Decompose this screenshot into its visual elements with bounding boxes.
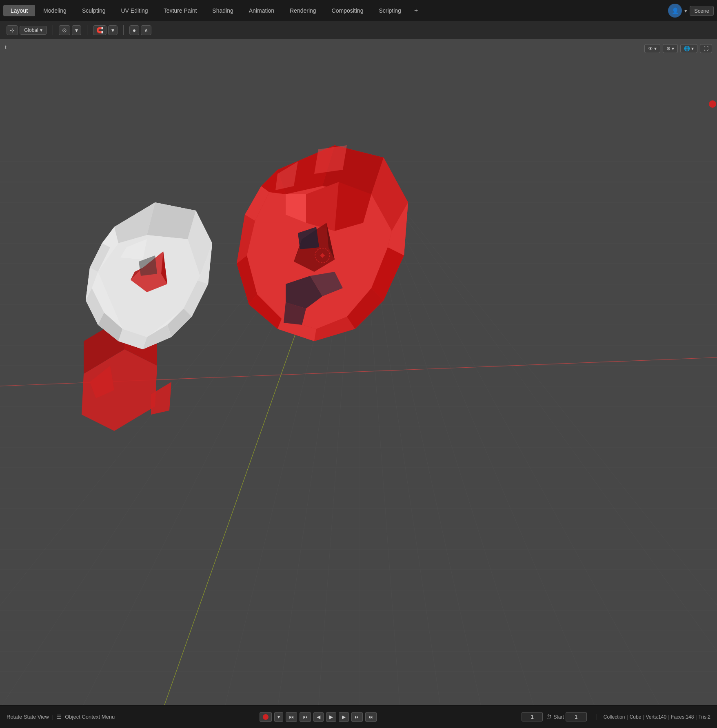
prev-keyframe-btn[interactable]: ⏮	[300, 712, 311, 722]
chevron-down-icon-pivot[interactable]: ▾	[72, 25, 81, 35]
3d-viewport[interactable]: t 👁 ▾ ⊕ ▾ 🌐 ▾ ⛶	[0, 39, 717, 705]
tab-modeling[interactable]: Modeling	[36, 5, 74, 16]
prev-frame-btn[interactable]: ◀	[313, 712, 324, 722]
current-frame-input[interactable]	[522, 712, 543, 721]
record-icon	[263, 714, 269, 720]
tris-label: Tris:2	[698, 714, 710, 720]
overlay-icon: ⊕	[666, 46, 670, 51]
start-frame-input[interactable]	[566, 712, 587, 721]
tab-sculpting[interactable]: Sculpting	[75, 5, 113, 16]
tab-shading[interactable]: Shading	[205, 5, 240, 16]
transform-orientation-label: Global	[24, 27, 38, 33]
playback-dropdown-btn[interactable]: ▾	[274, 712, 283, 722]
tab-texture-paint[interactable]: Texture Paint	[156, 5, 204, 16]
chevron-down-icon: ▾	[654, 46, 657, 51]
rotate-state-label: Rotate State View	[7, 714, 49, 720]
transform-icon[interactable]: ⊹	[7, 25, 18, 35]
viewport-fullscreen-btn[interactable]: ⛶	[700, 44, 712, 53]
transform-orientation-selector[interactable]: Global ▾	[20, 26, 47, 35]
snap-options-btn[interactable]: ▾	[108, 25, 118, 35]
user-avatar[interactable]: 👤	[668, 4, 682, 18]
skip-to-first-btn[interactable]: ⏮	[286, 712, 297, 722]
red-dot-indicator	[709, 100, 716, 108]
toolbar-separator-3	[123, 25, 124, 35]
tab-uv-editing[interactable]: UV Editing	[113, 5, 155, 16]
viewport-shading-btn[interactable]: ●	[129, 25, 139, 35]
globe-icon: 🌐	[684, 46, 690, 51]
context-menu-label: Object Context Menu	[65, 714, 115, 720]
skip-to-last-btn[interactable]: ⏭	[365, 712, 377, 722]
viewport-toolbar: ⊹ Global ▾ ⊙ ▾ 🧲 ▾ ● ∧	[0, 21, 717, 39]
collection-label: Collection	[604, 714, 625, 720]
tab-compositing[interactable]: Compositing	[324, 5, 371, 16]
viewport-controls: 👁 ▾ ⊕ ▾ 🌐 ▾ ⛶	[644, 44, 712, 53]
add-workspace-button[interactable]: +	[409, 4, 423, 17]
svg-marker-97	[314, 145, 347, 174]
verts-label: Verts:140	[646, 714, 666, 720]
tab-animation[interactable]: Animation	[242, 5, 282, 16]
chevron-down-icon: ▾	[40, 27, 42, 33]
scene-selector[interactable]: Scene	[690, 6, 714, 16]
next-frame-btn[interactable]: ▶	[339, 712, 349, 722]
viewport-overlay-control[interactable]: ⊕ ▾	[663, 44, 678, 53]
viewport-grid	[0, 39, 717, 705]
fullscreen-icon: ⛶	[704, 46, 708, 51]
eye-icon: 👁	[648, 46, 653, 51]
tab-layout[interactable]: Layout	[3, 5, 35, 16]
context-menu-icon: ☰	[57, 714, 62, 720]
chevron-down-icon: ▾	[691, 46, 694, 51]
tab-scripting[interactable]: Scripting	[371, 5, 408, 16]
cube-label: Cube	[630, 714, 642, 720]
play-btn[interactable]: ▶	[326, 712, 336, 722]
top-menu-bar: Layout Modeling Sculpting UV Editing Tex…	[0, 0, 717, 21]
proportional-edit-btn[interactable]: ∧	[141, 25, 151, 35]
toolbar-separator-1	[53, 25, 53, 35]
pivot-point-btn[interactable]: ⊙	[59, 25, 70, 35]
toolbar-separator-2	[87, 25, 87, 35]
tab-rendering[interactable]: Rendering	[282, 5, 324, 16]
next-keyframe-btn[interactable]: ⏭	[351, 712, 363, 722]
snap-btn[interactable]: 🧲	[93, 25, 107, 35]
faces-label: Faces:148	[671, 714, 694, 720]
chevron-down-icon: ▾	[672, 46, 674, 51]
chevron-down-icon[interactable]: ▾	[684, 8, 687, 14]
statusbar: Rotate State View | ☰ Object Context Men…	[0, 705, 717, 728]
viewport-shading-control[interactable]: 👁 ▾	[644, 44, 660, 53]
clock-icon: ⏱	[546, 714, 552, 720]
playback-record-btn[interactable]	[260, 712, 272, 722]
viewport-extra-control[interactable]: 🌐 ▾	[680, 44, 697, 53]
start-label: Start	[553, 714, 564, 720]
